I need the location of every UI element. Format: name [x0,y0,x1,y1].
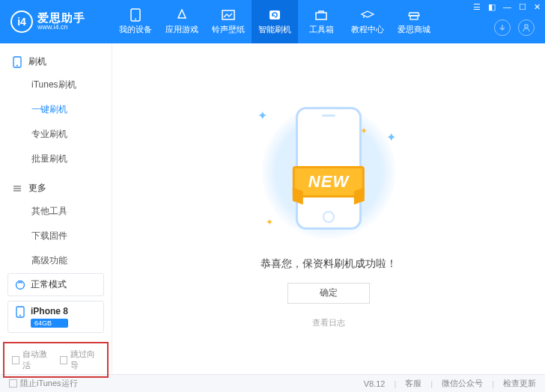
logo-badge: i4 [10,10,33,33]
more-icon [12,183,22,194]
download-button[interactable] [494,19,511,36]
device-icon [12,56,22,68]
normal-mode-icon [14,279,26,291]
image-icon [221,8,236,22]
checkbox-icon [9,379,17,388]
svg-rect-5 [410,16,418,19]
mode-label: 正常模式 [31,278,67,291]
top-nav: 我的设备 应用游戏 铃声壁纸 智能刷机 工具箱 教程中心 爱思商城 [112,0,437,43]
window-controls: ☰ ◧ — ☐ ✕ [473,3,541,11]
sub-pro-flash[interactable]: 专业刷机 [0,122,112,147]
svg-point-1 [135,19,136,20]
sub-other-tools[interactable]: 其他工具 [0,199,112,224]
success-illustration: ✦✦✦✦ NEW [239,90,418,254]
support-link[interactable]: 客服 [405,378,421,389]
sidebar: 刷机 iTunes刷机 一键刷机 专业刷机 批量刷机 更多 其他工具 下载固件 … [0,43,112,374]
svg-rect-3 [270,10,280,19]
auto-activate-checkbox[interactable]: 自动激活 [12,349,52,371]
nav-my-device[interactable]: 我的设备 [112,0,159,43]
bottom-options-highlight: 自动激活 跳过向导 [3,342,109,378]
section-flash[interactable]: 刷机 [0,51,112,73]
minimize-button[interactable]: — [503,3,511,11]
account-button[interactable] [518,19,535,36]
nav-toolbox[interactable]: 工具箱 [298,0,344,43]
checkbox-icon [12,356,19,364]
new-ribbon: NEW [293,166,365,197]
sub-advanced[interactable]: 高级功能 [0,248,112,273]
refresh-icon [267,8,282,22]
section-more[interactable]: 更多 [0,177,112,199]
main-panel: ✦✦✦✦ NEW 恭喜您，保资料刷机成功啦！ 确定 查看日志 [112,43,545,374]
skip-guide-checkbox[interactable]: 跳过向导 [60,349,100,371]
app-title: 爱思助手 [37,12,85,25]
check-update-link[interactable]: 检查更新 [503,378,536,389]
skin-button[interactable]: ◧ [488,3,496,11]
block-itunes-checkbox[interactable]: 阻止iTunes运行 [9,378,78,389]
sub-batch-flash[interactable]: 批量刷机 [0,147,112,171]
apps-icon [174,8,189,22]
sub-itunes-flash[interactable]: iTunes刷机 [0,73,112,97]
device-name: iPhone 8 [31,306,68,316]
nav-store[interactable]: 爱思商城 [391,0,437,43]
storage-badge: 64GB [31,319,68,328]
store-icon [407,8,421,22]
svg-rect-2 [222,10,234,19]
success-message: 恭喜您，保资料刷机成功啦！ [261,257,397,271]
ok-button[interactable]: 确定 [287,283,370,304]
sub-download-fw[interactable]: 下载固件 [0,224,112,248]
nav-apps[interactable]: 应用游戏 [159,0,205,43]
mode-box[interactable]: 正常模式 [7,273,104,296]
toolbox-icon [314,8,329,22]
maximize-button[interactable]: ☐ [519,3,526,11]
nav-flash[interactable]: 智能刷机 [252,0,298,43]
svg-point-11 [19,315,21,316]
version-label: V8.12 [364,379,386,388]
app-logo: i4 爱思助手 www.i4.cn [0,10,112,33]
svg-rect-4 [316,13,326,19]
sub-oneclick-flash[interactable]: 一键刷机 [0,97,112,122]
svg-point-6 [525,25,528,28]
phone-icon [128,8,143,22]
wechat-link[interactable]: 微信公众号 [442,378,483,389]
menu-button[interactable]: ☰ [473,3,481,11]
device-icon-small [14,306,26,318]
graduation-icon [360,8,375,22]
checkbox-icon [60,356,67,364]
view-log-link[interactable]: 查看日志 [312,317,345,328]
device-box[interactable]: iPhone 8 64GB [7,301,104,333]
svg-point-8 [16,64,18,66]
app-subtitle: www.i4.cn [37,24,85,31]
close-button[interactable]: ✕ [534,3,541,11]
nav-tutorials[interactable]: 教程中心 [344,0,391,43]
nav-ringtones[interactable]: 铃声壁纸 [205,0,252,43]
